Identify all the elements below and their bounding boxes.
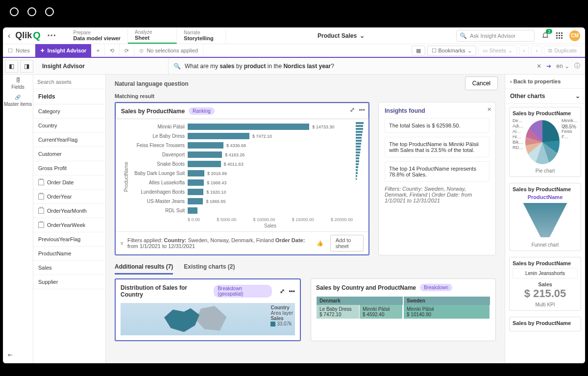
next-sheet-icon[interactable]: ›: [531, 46, 542, 55]
bar-category-label: Davenport: [129, 150, 188, 159]
pie-chart-icon: [525, 120, 560, 164]
bookmarks-button[interactable]: ☐Bookmarks⌄: [427, 46, 476, 56]
app-grid-icon[interactable]: [556, 32, 563, 39]
field-item[interactable]: Category: [33, 104, 105, 119]
ranking-pill: Ranking: [189, 107, 215, 115]
filter-icon: ▿: [121, 240, 123, 247]
field-item[interactable]: Supplier: [33, 275, 105, 289]
submit-query-icon[interactable]: ➔: [546, 63, 551, 70]
rail-master-items[interactable]: 🔗 Master items: [4, 95, 32, 107]
notifications-icon[interactable]: 3: [541, 32, 549, 40]
link-icon: 🔗: [15, 95, 21, 100]
field-item[interactable]: OrderYearWeek: [33, 218, 105, 232]
duplicate-button[interactable]: ⧉Duplicate: [544, 46, 581, 56]
field-item[interactable]: ProductName: [33, 247, 105, 261]
bar[interactable]: [188, 142, 223, 149]
window-max[interactable]: [45, 7, 54, 16]
bar-category-label: Feiss Fleece Trousers: [129, 141, 188, 150]
field-item[interactable]: Gross Profit: [33, 161, 105, 175]
bar[interactable]: [188, 189, 203, 195]
tab-prepare[interactable]: Prepare Data model viewer: [67, 27, 128, 44]
window-close[interactable]: [10, 7, 19, 16]
database-icon: 🗄: [16, 77, 21, 83]
tab-additional-results[interactable]: Additional results (7): [115, 263, 173, 275]
fullscreen-icon[interactable]: ⤢: [350, 106, 355, 113]
rail-fields[interactable]: 🗄 Fields: [11, 77, 24, 90]
qlik-logo: QlikQ: [15, 30, 41, 41]
rpanel-card-4[interactable]: Sales by ProductName: [509, 317, 581, 331]
insight-advisor-title: Insight Advisor: [33, 58, 169, 74]
nl-query-input[interactable]: 🔍 What are my sales by product in the No…: [169, 63, 532, 70]
insight-advisor-button[interactable]: ✦Insight Advisor: [35, 44, 92, 57]
collapse-rail-icon[interactable]: ⇤: [8, 351, 13, 358]
field-item[interactable]: OrderYearMonth: [33, 204, 105, 218]
no-selections-label: ⊘No selections applied: [134, 44, 203, 57]
bar[interactable]: [188, 207, 197, 214]
bar[interactable]: [188, 133, 249, 139]
selections-tool-icon[interactable]: ▦: [412, 46, 425, 56]
global-search[interactable]: 🔍 Ask Insight Advisor: [456, 30, 535, 42]
field-item[interactable]: Order Date: [33, 175, 105, 190]
search-icon: 🔍: [460, 32, 467, 39]
prev-sheet-icon[interactable]: ‹: [519, 46, 530, 55]
bar[interactable]: [188, 198, 203, 204]
rpanel-card-kpi[interactable]: Sales by ProductName Lenin Jeansshorts S…: [509, 257, 581, 311]
card-menu-icon[interactable]: •••: [359, 106, 365, 113]
insight-item: The total Sales is $ 62598.50.: [385, 118, 490, 133]
map-legend: Country Area layer Sales 33.07k: [270, 305, 293, 326]
bar[interactable]: [188, 151, 222, 158]
fullscreen-icon[interactable]: ⤢: [280, 288, 285, 295]
y-axis-label: ProductName: [121, 162, 129, 192]
nav-back-icon[interactable]: ‹: [8, 31, 10, 40]
language-selector[interactable]: en ⌄: [556, 63, 569, 70]
thumbs-up-icon[interactable]: 👍: [317, 240, 323, 247]
fields-header: Fields: [33, 89, 105, 104]
user-avatar[interactable]: CM: [569, 30, 580, 41]
field-item[interactable]: OrderYear: [33, 190, 105, 204]
chart-mini-scroll[interactable]: [353, 122, 364, 231]
field-item[interactable]: Country: [33, 119, 105, 133]
app-title[interactable]: Product Sales ⌄: [231, 32, 451, 39]
back-to-properties[interactable]: ‹ Back to properties: [505, 75, 585, 89]
bar[interactable]: [188, 124, 309, 130]
info-icon[interactable]: ⓘ: [574, 62, 580, 70]
field-item[interactable]: PreviousYearFlag: [33, 232, 105, 247]
card2-title: Distribution of Sales for Country: [121, 284, 210, 298]
other-charts-accordion[interactable]: Other charts⌄: [505, 89, 585, 104]
close-insights-icon[interactable]: ✕: [487, 106, 491, 113]
treemap: Denmark Le Baby Dress$ 7472.10 Minnki Pä…: [316, 296, 490, 323]
app-menu-icon[interactable]: •••: [46, 32, 59, 39]
step-fwd-icon[interactable]: ⟳: [120, 44, 134, 57]
notes-button[interactable]: ☐Notes: [3, 44, 35, 57]
rpanel-card-funnel[interactable]: Sales by ProductName ProductName Funnel …: [509, 183, 581, 251]
step-back-icon[interactable]: ⟲: [105, 44, 120, 57]
bar[interactable]: [188, 170, 204, 176]
chevron-down-icon: ⌄: [360, 32, 365, 39]
rpanel-card-pie[interactable]: Sales by ProductName De…Adi…Ai…Hi…Bik…RD…: [509, 107, 581, 177]
insights-panel: ✕ Insights found The total Sales is $ 62…: [378, 102, 496, 255]
insight-item: The top ProductName is Minnki Pälsii wit…: [385, 137, 490, 157]
card-menu-icon[interactable]: •••: [289, 288, 295, 295]
field-item[interactable]: Customer: [33, 147, 105, 161]
field-item[interactable]: Sales: [33, 261, 105, 275]
cancel-button[interactable]: Cancel: [465, 76, 498, 90]
panel-toggle-right-icon[interactable]: ◨: [20, 60, 33, 73]
search-icon: 🔍: [173, 63, 181, 70]
panel-toggle-left-icon[interactable]: ◧: [5, 60, 18, 73]
bar[interactable]: [188, 179, 204, 186]
x-tick: $ 15000.00: [292, 217, 314, 222]
tab-narrate[interactable]: Narrate Storytelling: [177, 27, 226, 44]
smart-search-icon[interactable]: ⌖: [92, 44, 105, 57]
field-item[interactable]: CurrentYearFlag: [33, 133, 105, 147]
window-min[interactable]: [27, 7, 36, 16]
bar[interactable]: [188, 161, 221, 167]
x-tick: $ 20000.00: [331, 217, 353, 222]
tab-analyze[interactable]: Analyze Sheet: [128, 27, 177, 44]
clear-query-icon[interactable]: ✕: [537, 63, 541, 70]
sheets-button[interactable]: ▭Sheets⌄: [478, 46, 517, 56]
add-to-sheet-button[interactable]: Add to sheet: [330, 235, 364, 251]
nlq-heading: Natural language question: [106, 75, 505, 89]
bar-row: $ 1920.10: [188, 187, 353, 197]
tab-existing-charts[interactable]: Existing charts (2): [184, 263, 235, 275]
search-assets-input[interactable]: [37, 79, 101, 85]
